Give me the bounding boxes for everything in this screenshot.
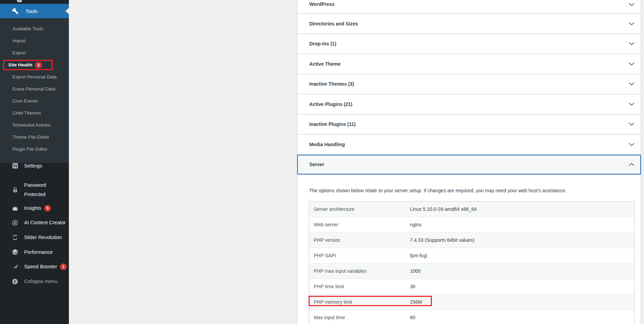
table-row: PHP max input variables 1000 — [309, 263, 635, 279]
tools-submenu: Available Tools Import Export Site Healt… — [0, 18, 69, 163]
speed-booster-count-badge: 1 — [60, 263, 67, 270]
lock-icon — [11, 186, 19, 193]
site-health-info-panel: WordPress Directories and Sizes Drop-ins… — [297, 0, 641, 324]
submenu-item-theme-file-editor[interactable]: Theme File Editor — [0, 131, 69, 143]
accordion-section-active-theme[interactable]: Active Theme — [297, 54, 641, 74]
rocket-swoosh-icon — [11, 263, 19, 270]
menu-label: Settings — [24, 163, 42, 169]
sidebar-item-settings[interactable]: Settings — [0, 159, 69, 173]
section-label: Server — [309, 162, 324, 167]
table-row: Server architecture Linux 5.10.0-28-amd6… — [309, 202, 635, 217]
sidebar-item-performance[interactable]: Performance — [0, 245, 69, 259]
row-label: PHP SAPI — [309, 248, 406, 263]
row-label: PHP max input variables — [309, 263, 406, 279]
settings-sliders-icon — [11, 162, 19, 169]
submenu-item-plugin-file-editor[interactable]: Plugin File Editor — [0, 143, 69, 155]
sidebar-item-password-protected[interactable]: Password Protected — [0, 180, 69, 199]
accordion-section-active-plugins[interactable]: Active Plugins (21) — [297, 94, 641, 115]
row-label: Server architecture — [309, 202, 406, 217]
chevron-down-icon — [629, 42, 635, 45]
submenu-item-cron-events[interactable]: Cron Events — [0, 95, 69, 107]
row-label: PHP version — [309, 233, 406, 248]
submenu-item-site-health[interactable]: Site Health3 — [0, 59, 69, 71]
target-circles-icon — [11, 219, 19, 226]
menu-label: Password Protected — [24, 181, 60, 199]
submenu-item-export-personal-data[interactable]: Export Personal Data — [0, 71, 69, 83]
accordion-section-directories-and-sizes[interactable]: Directories and Sizes — [297, 14, 641, 34]
accordion-section-drop-ins[interactable]: Drop-ins (1) — [297, 34, 641, 54]
chevron-down-icon — [629, 122, 635, 126]
section-label: Active Theme — [309, 61, 341, 67]
collapse-arrow-icon — [11, 278, 19, 285]
row-label: Web server — [309, 217, 406, 233]
row-value: Linux 5.10.0-28-amd64 x86_64 — [406, 202, 635, 217]
insights-mascot-icon — [11, 205, 19, 212]
current-menu-arrow — [65, 8, 69, 14]
submenu-item-available-tools[interactable]: Available Tools — [0, 23, 69, 35]
submenu-item-export[interactable]: Export — [0, 47, 69, 59]
section-label: Drop-ins (1) — [309, 41, 336, 46]
table-row: Web server nginx — [309, 217, 635, 233]
site-health-label: Site Health — [8, 62, 32, 67]
accordion-section-inactive-plugins[interactable]: Inactive Plugins (11) — [297, 115, 641, 135]
chevron-down-icon — [629, 62, 635, 66]
accordion-section-media-handling[interactable]: Media Handling — [297, 134, 641, 155]
section-label: Media Handling — [309, 142, 345, 147]
submenu-item-child-themes[interactable]: Child Themes — [0, 107, 69, 119]
accordion-section-server[interactable]: Server — [297, 155, 641, 175]
server-description: The options shown below relate to your s… — [309, 188, 567, 193]
collapse-menu-button[interactable]: Collapse menu — [0, 274, 69, 289]
chevron-down-icon — [629, 22, 635, 25]
sidebar-item-slider-revolution[interactable]: Slider Revolution — [0, 230, 69, 245]
sidebar-item-ai-content-creator[interactable]: AI Content Creator — [0, 215, 69, 230]
chevron-down-icon — [629, 102, 635, 106]
submenu-item-erase-personal-data[interactable]: Erase Personal Data — [0, 83, 69, 95]
row-label: PHP memory limit — [309, 294, 406, 310]
chevron-up-icon — [629, 163, 635, 166]
sidebar-item-tools[interactable]: Tools — [0, 4, 69, 18]
wrench-icon — [12, 8, 19, 14]
admin-sidebar: Tools Available Tools Import Export Site… — [0, 0, 69, 324]
row-label: PHP time limit — [309, 279, 406, 294]
menu-label: Collapse menu — [24, 279, 58, 284]
table-row: PHP version 7.4.33 (Supports 64bit value… — [309, 233, 635, 248]
accordion-section-wordpress[interactable]: WordPress — [297, 0, 641, 14]
cropped-menu-icon — [17, 0, 22, 2]
chevron-down-icon — [629, 143, 635, 146]
sidebar-item-speed-booster[interactable]: Speed Booster 1 — [0, 259, 69, 274]
sidebar-item-insights[interactable]: Insights 5 — [0, 201, 69, 215]
insights-count-badge: 5 — [44, 205, 51, 212]
menu-label: Performance — [24, 249, 53, 255]
section-label: Directories and Sizes — [309, 21, 358, 26]
menu-label: Speed Booster — [24, 264, 57, 269]
tools-label: Tools — [25, 8, 38, 14]
section-label: Inactive Plugins (11) — [309, 121, 356, 127]
cube-icon — [11, 249, 19, 256]
circular-arrows-icon — [11, 234, 19, 241]
server-section-body: The options shown below relate to your s… — [297, 175, 641, 324]
row-value: nginx — [406, 217, 635, 233]
submenu-item-import[interactable]: Import — [0, 35, 69, 47]
section-label: Inactive Themes (3) — [309, 81, 354, 87]
chevron-down-icon — [629, 82, 635, 86]
table-row-php-memory-limit: PHP memory limit 256M — [309, 294, 635, 310]
row-value: 60 — [406, 310, 635, 324]
chevron-down-icon — [629, 3, 635, 6]
accordion-section-inactive-themes[interactable]: Inactive Themes (3) — [297, 74, 641, 95]
wordpress-admin-page: Tools Available Tools Import Export Site… — [0, 0, 644, 324]
row-value: 30 — [406, 279, 635, 294]
server-info-table: Server architecture Linux 5.10.0-28-amd6… — [309, 201, 635, 324]
submenu-item-scheduled-actions[interactable]: Scheduled Actions — [0, 119, 69, 131]
row-value: 256M — [406, 294, 635, 310]
section-label: WordPress — [309, 1, 335, 7]
site-health-count-badge: 3 — [35, 62, 42, 68]
row-value: 7.4.33 (Supports 64bit values) — [406, 233, 635, 248]
row-label: Max input time — [309, 310, 406, 324]
table-row: PHP SAPI fpm-fcgi — [309, 248, 635, 263]
section-label: Active Plugins (21) — [309, 101, 352, 107]
menu-label: Slider Revolution — [24, 235, 62, 240]
table-row: Max input time 60 — [309, 310, 635, 324]
menu-label: Insights — [24, 205, 41, 211]
menu-label: AI Content Creator — [24, 220, 66, 225]
row-value: fpm-fcgi — [406, 248, 635, 263]
